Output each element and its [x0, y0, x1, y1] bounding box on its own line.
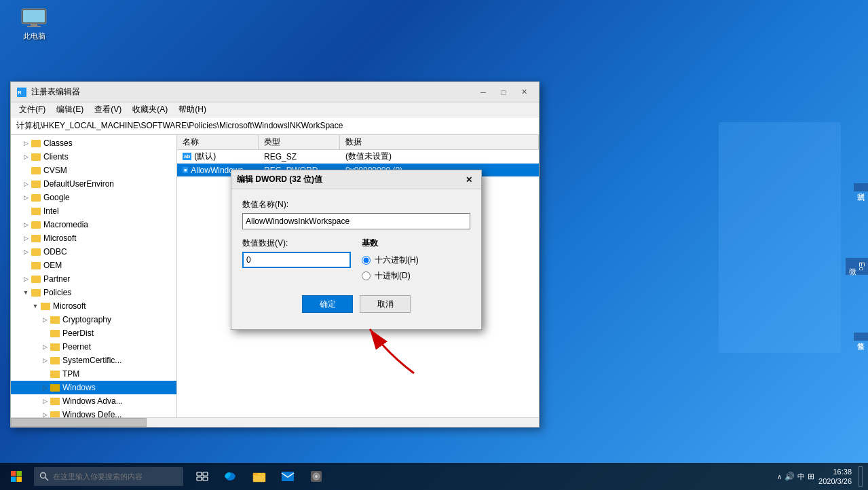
taskbar-right: ∧ 🔊 中 ⊞ 16:38 2020/3/26 [777, 466, 868, 487]
cancel-button[interactable]: 取消 [360, 295, 411, 313]
tree-label-windows: Windows [62, 383, 96, 392]
tray-grid[interactable]: ⊞ [808, 472, 814, 481]
radio-dec-label: 十进制(D) [375, 270, 411, 282]
col-header-type: 类型 [259, 135, 340, 149]
folder-icon-windowsdef [50, 411, 60, 418]
tree-item-policies[interactable]: ▼ Policies [11, 286, 176, 299]
tray-lang[interactable]: 中 [797, 472, 805, 482]
tree-item-defaultuser[interactable]: ▷ DefaultUserEnviron [11, 177, 176, 191]
expander-microsoft: ▷ [22, 234, 30, 242]
data-input[interactable] [242, 252, 351, 268]
menu-view[interactable]: 查看(V) [89, 102, 127, 117]
show-desktop-button[interactable] [858, 466, 863, 487]
edge-button[interactable] [217, 463, 244, 490]
values-header: 名称 类型 数据 [177, 135, 539, 150]
svg-rect-3 [27, 26, 41, 27]
svg-rect-16 [203, 477, 208, 480]
menu-help[interactable]: 帮助(H) [173, 102, 212, 117]
tree-label-windowsadv: Windows Adva... [62, 396, 123, 406]
expander-cvsm [22, 166, 30, 174]
tray-arrow[interactable]: ∧ [777, 473, 782, 480]
folder-icon-windows [50, 384, 60, 392]
tree-item-classes[interactable]: ▷ Classes [11, 136, 176, 150]
maximize-button[interactable]: □ [494, 86, 513, 99]
app5-button[interactable] [303, 463, 330, 490]
dialog-base-right: 基数 十六进制(H) 十进制(D) [362, 238, 470, 282]
radio-hex-input[interactable] [362, 256, 371, 265]
expander-clients: ▷ [22, 153, 30, 161]
task-view-icon [196, 472, 208, 481]
search-icon [39, 472, 49, 481]
search-input[interactable] [53, 472, 175, 480]
expander-intel [22, 207, 30, 215]
svg-rect-15 [197, 477, 202, 480]
tree-label-odbc: ODBC [43, 247, 67, 257]
folder-icon-clients [31, 153, 41, 161]
side-label-micro[interactable]: 微Ec [846, 258, 868, 275]
tree-item-peernet[interactable]: ▷ Peernet [11, 340, 176, 354]
tree-item-cvsm[interactable]: CVSM [11, 164, 176, 177]
side-label-test[interactable]: 测试 [854, 183, 868, 191]
desktop-icon-mypc[interactable]: 此电脑 [10, 7, 58, 41]
start-button[interactable] [0, 463, 33, 490]
svg-rect-13 [197, 472, 202, 476]
tree-item-clients[interactable]: ▷ Clients [11, 150, 176, 164]
close-button[interactable]: ✕ [514, 86, 533, 99]
svg-rect-19 [282, 472, 294, 481]
horizontal-scrollbar[interactable] [11, 417, 539, 427]
dialog-close-button[interactable]: ✕ [462, 173, 476, 187]
value-type-default: REG_SZ [259, 152, 340, 162]
tree-item-intel[interactable]: Intel [11, 204, 176, 218]
menu-bar: 文件(F) 编辑(E) 查看(V) 收藏夹(A) 帮助(H) [11, 102, 539, 117]
tree-label-windowsdef: Windows Defe... [62, 410, 121, 417]
svg-rect-9 [11, 477, 16, 483]
explorer-button[interactable] [246, 463, 273, 490]
tray-speaker[interactable]: 🔊 [785, 472, 795, 481]
taskbar-search[interactable] [34, 467, 183, 486]
tree-item-google[interactable]: ▷ Google [11, 191, 176, 204]
tree-item-partner[interactable]: ▷ Partner [11, 272, 176, 286]
folder-icon-systemcertific [50, 357, 60, 364]
svg-line-12 [45, 478, 49, 481]
side-label-repair[interactable]: 修复 [854, 333, 868, 341]
tree-item-windowsadv[interactable]: ▷ Windows Adva... [11, 394, 176, 408]
svg-rect-10 [17, 477, 22, 483]
ok-button[interactable]: 确定 [302, 295, 353, 313]
radio-hex[interactable]: 十六进制(H) [362, 255, 470, 266]
radio-dec-input[interactable] [362, 271, 371, 280]
title-bar-buttons: ─ □ ✕ [474, 86, 533, 99]
scrollbar-thumb[interactable] [11, 418, 147, 427]
tree-item-peerdist[interactable]: PeerDist [11, 326, 176, 340]
tree-item-policies-microsoft[interactable]: ▼ Microsoft [11, 299, 176, 313]
tree-item-windowsdef[interactable]: ▷ Windows Defe... [11, 408, 176, 417]
minimize-button[interactable]: ─ [474, 86, 493, 99]
svg-point-22 [315, 475, 318, 478]
tree-item-oem[interactable]: OEM [11, 259, 176, 272]
tree-item-windows[interactable]: ▷ Windows [11, 381, 176, 394]
tree-label-systemcertific: SystemCertific... [62, 356, 121, 365]
tree-item-cryptography[interactable]: ▷ Cryptography [11, 313, 176, 326]
task-view-button[interactable] [189, 463, 216, 490]
name-input[interactable] [242, 213, 470, 229]
folder-icon-defaultuser [31, 181, 41, 188]
menu-edit[interactable]: 编辑(E) [51, 102, 89, 117]
tree-label-peerdist: PeerDist [62, 328, 94, 338]
svg-rect-18 [253, 473, 258, 475]
value-data-default: (数值未设置) [340, 151, 539, 162]
tree-item-microsoft[interactable]: ▷ Microsoft [11, 231, 176, 245]
mail-button[interactable] [274, 463, 301, 490]
mail-icon [281, 471, 295, 482]
value-row-default[interactable]: ab (默认) REG_SZ (数值未设置) [177, 150, 539, 164]
tree-panel[interactable]: ▷ Classes ▷ Clients CVSM ▷ Defa [11, 135, 177, 417]
svg-rect-7 [11, 471, 16, 476]
menu-file[interactable]: 文件(F) [14, 102, 51, 117]
dialog-title-bar: 编辑 DWORD (32 位)值 ✕ [231, 170, 481, 189]
data-label: 数值数据(V): [242, 238, 351, 249]
menu-favorites[interactable]: 收藏夹(A) [127, 102, 173, 117]
tree-item-systemcertific[interactable]: ▷ SystemCertific... [11, 354, 176, 367]
taskbar-clock[interactable]: 16:38 2020/3/26 [818, 467, 852, 487]
tree-item-macromedia[interactable]: ▷ Macromedia [11, 218, 176, 231]
tree-item-odbc[interactable]: ▷ ODBC [11, 245, 176, 259]
radio-dec[interactable]: 十进制(D) [362, 270, 470, 282]
tree-item-tpm[interactable]: TPM [11, 367, 176, 381]
